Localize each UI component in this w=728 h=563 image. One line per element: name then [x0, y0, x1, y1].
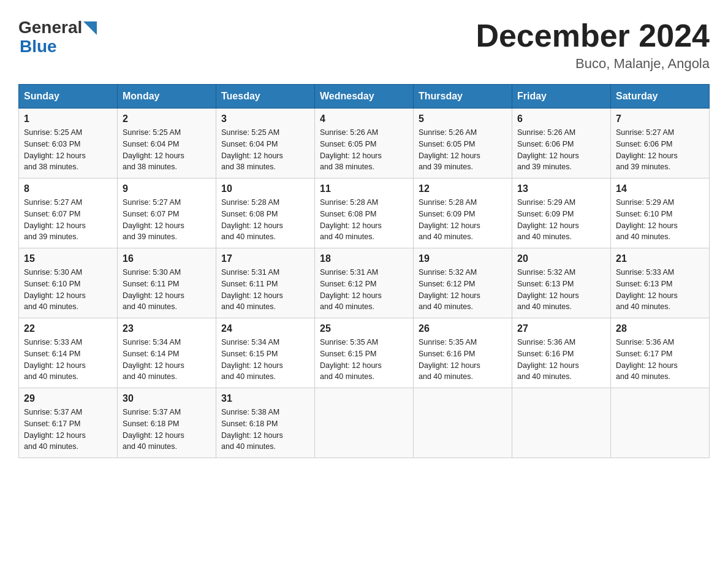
day-info: Sunrise: 5:34 AM Sunset: 6:14 PM Dayligh…: [123, 337, 211, 383]
calendar-cell: 13 Sunrise: 5:29 AM Sunset: 6:09 PM Dayl…: [512, 178, 611, 248]
day-number: 16: [123, 253, 211, 264]
calendar-cell: 3 Sunrise: 5:25 AM Sunset: 6:04 PM Dayli…: [216, 109, 315, 178]
day-info: Sunrise: 5:27 AM Sunset: 6:06 PM Dayligh…: [616, 127, 704, 173]
day-info: Sunrise: 5:27 AM Sunset: 6:07 PM Dayligh…: [123, 197, 211, 243]
day-info: Sunrise: 5:27 AM Sunset: 6:07 PM Dayligh…: [24, 197, 112, 243]
calendar-cell: 30 Sunrise: 5:37 AM Sunset: 6:18 PM Dayl…: [118, 388, 216, 458]
day-number: 22: [24, 323, 112, 334]
day-info: Sunrise: 5:25 AM Sunset: 6:03 PM Dayligh…: [24, 127, 112, 173]
logo: General Blue: [18, 18, 97, 56]
day-number: 14: [616, 183, 704, 194]
calendar-table: SundayMondayTuesdayWednesdayThursdayFrid…: [18, 84, 710, 458]
day-info: Sunrise: 5:28 AM Sunset: 6:08 PM Dayligh…: [221, 197, 309, 243]
calendar-cell: 9 Sunrise: 5:27 AM Sunset: 6:07 PM Dayli…: [118, 178, 216, 248]
calendar-title: December 2024: [476, 18, 710, 53]
calendar-cell: 12 Sunrise: 5:28 AM Sunset: 6:09 PM Dayl…: [414, 178, 512, 248]
day-info: Sunrise: 5:28 AM Sunset: 6:08 PM Dayligh…: [320, 197, 408, 243]
day-info: Sunrise: 5:29 AM Sunset: 6:09 PM Dayligh…: [517, 197, 605, 243]
day-info: Sunrise: 5:33 AM Sunset: 6:13 PM Dayligh…: [616, 267, 704, 313]
day-number: 11: [320, 183, 408, 194]
calendar-cell: [512, 388, 611, 458]
calendar-cell: 8 Sunrise: 5:27 AM Sunset: 6:07 PM Dayli…: [19, 178, 118, 248]
calendar-cell: 1 Sunrise: 5:25 AM Sunset: 6:03 PM Dayli…: [19, 109, 118, 178]
day-number: 7: [616, 113, 704, 124]
day-info: Sunrise: 5:32 AM Sunset: 6:13 PM Dayligh…: [517, 267, 605, 313]
day-info: Sunrise: 5:30 AM Sunset: 6:11 PM Dayligh…: [123, 267, 211, 313]
calendar-cell: 19 Sunrise: 5:32 AM Sunset: 6:12 PM Dayl…: [414, 248, 512, 318]
day-info: Sunrise: 5:35 AM Sunset: 6:16 PM Dayligh…: [419, 337, 507, 383]
calendar-cell: 25 Sunrise: 5:35 AM Sunset: 6:15 PM Dayl…: [315, 318, 414, 388]
column-header-sunday: Sunday: [19, 85, 118, 109]
day-number: 2: [123, 113, 211, 124]
day-number: 19: [419, 253, 507, 264]
column-header-saturday: Saturday: [611, 85, 710, 109]
day-info: Sunrise: 5:26 AM Sunset: 6:06 PM Dayligh…: [517, 127, 605, 173]
calendar-cell: 18 Sunrise: 5:31 AM Sunset: 6:12 PM Dayl…: [315, 248, 414, 318]
day-info: Sunrise: 5:36 AM Sunset: 6:16 PM Dayligh…: [517, 337, 605, 383]
logo-general-text: General: [18, 18, 82, 37]
day-number: 29: [24, 393, 112, 404]
calendar-cell: 17 Sunrise: 5:31 AM Sunset: 6:11 PM Dayl…: [216, 248, 315, 318]
calendar-cell: 24 Sunrise: 5:34 AM Sunset: 6:15 PM Dayl…: [216, 318, 315, 388]
column-header-wednesday: Wednesday: [315, 85, 414, 109]
day-info: Sunrise: 5:25 AM Sunset: 6:04 PM Dayligh…: [221, 127, 309, 173]
calendar-cell: 29 Sunrise: 5:37 AM Sunset: 6:17 PM Dayl…: [19, 388, 118, 458]
calendar-cell: 23 Sunrise: 5:34 AM Sunset: 6:14 PM Dayl…: [118, 318, 216, 388]
day-info: Sunrise: 5:36 AM Sunset: 6:17 PM Dayligh…: [616, 337, 704, 383]
day-number: 13: [517, 183, 605, 194]
day-number: 31: [221, 393, 309, 404]
calendar-cell: 28 Sunrise: 5:36 AM Sunset: 6:17 PM Dayl…: [611, 318, 710, 388]
day-number: 30: [123, 393, 211, 404]
svg-marker-0: [83, 21, 97, 35]
day-info: Sunrise: 5:32 AM Sunset: 6:12 PM Dayligh…: [419, 267, 507, 313]
calendar-cell: [414, 388, 512, 458]
day-number: 1: [24, 113, 112, 124]
day-info: Sunrise: 5:31 AM Sunset: 6:11 PM Dayligh…: [221, 267, 309, 313]
day-number: 5: [419, 113, 507, 124]
calendar-cell: 22 Sunrise: 5:33 AM Sunset: 6:14 PM Dayl…: [19, 318, 118, 388]
day-number: 24: [221, 323, 309, 334]
calendar-cell: 2 Sunrise: 5:25 AM Sunset: 6:04 PM Dayli…: [118, 109, 216, 178]
day-info: Sunrise: 5:33 AM Sunset: 6:14 PM Dayligh…: [24, 337, 112, 383]
day-number: 10: [221, 183, 309, 194]
day-info: Sunrise: 5:30 AM Sunset: 6:10 PM Dayligh…: [24, 267, 112, 313]
calendar-week-row: 1 Sunrise: 5:25 AM Sunset: 6:03 PM Dayli…: [19, 109, 710, 178]
day-number: 20: [517, 253, 605, 264]
calendar-cell: 27 Sunrise: 5:36 AM Sunset: 6:16 PM Dayl…: [512, 318, 611, 388]
day-number: 28: [616, 323, 704, 334]
calendar-week-row: 22 Sunrise: 5:33 AM Sunset: 6:14 PM Dayl…: [19, 318, 710, 388]
day-info: Sunrise: 5:28 AM Sunset: 6:09 PM Dayligh…: [419, 197, 507, 243]
day-number: 18: [320, 253, 408, 264]
calendar-cell: 5 Sunrise: 5:26 AM Sunset: 6:05 PM Dayli…: [414, 109, 512, 178]
day-info: Sunrise: 5:31 AM Sunset: 6:12 PM Dayligh…: [320, 267, 408, 313]
calendar-subtitle: Buco, Malanje, Angola: [476, 56, 710, 72]
day-info: Sunrise: 5:34 AM Sunset: 6:15 PM Dayligh…: [221, 337, 309, 383]
title-section: December 2024 Buco, Malanje, Angola: [476, 18, 710, 72]
day-info: Sunrise: 5:38 AM Sunset: 6:18 PM Dayligh…: [221, 407, 309, 453]
calendar-week-row: 29 Sunrise: 5:37 AM Sunset: 6:17 PM Dayl…: [19, 388, 710, 458]
calendar-cell: 14 Sunrise: 5:29 AM Sunset: 6:10 PM Dayl…: [611, 178, 710, 248]
day-number: 9: [123, 183, 211, 194]
day-info: Sunrise: 5:35 AM Sunset: 6:15 PM Dayligh…: [320, 337, 408, 383]
day-number: 8: [24, 183, 112, 194]
day-number: 21: [616, 253, 704, 264]
day-number: 27: [517, 323, 605, 334]
column-header-tuesday: Tuesday: [216, 85, 315, 109]
column-header-monday: Monday: [118, 85, 216, 109]
day-number: 25: [320, 323, 408, 334]
calendar-cell: 6 Sunrise: 5:26 AM Sunset: 6:06 PM Dayli…: [512, 109, 611, 178]
day-number: 3: [221, 113, 309, 124]
calendar-week-row: 15 Sunrise: 5:30 AM Sunset: 6:10 PM Dayl…: [19, 248, 710, 318]
page-header: General Blue December 2024 Buco, Malanje…: [18, 18, 710, 72]
day-number: 26: [419, 323, 507, 334]
calendar-cell: 4 Sunrise: 5:26 AM Sunset: 6:05 PM Dayli…: [315, 109, 414, 178]
day-info: Sunrise: 5:26 AM Sunset: 6:05 PM Dayligh…: [320, 127, 408, 173]
header-row: SundayMondayTuesdayWednesdayThursdayFrid…: [19, 85, 710, 109]
day-info: Sunrise: 5:37 AM Sunset: 6:18 PM Dayligh…: [123, 407, 211, 453]
day-number: 23: [123, 323, 211, 334]
calendar-cell: 26 Sunrise: 5:35 AM Sunset: 6:16 PM Dayl…: [414, 318, 512, 388]
day-number: 4: [320, 113, 408, 124]
column-header-friday: Friday: [512, 85, 611, 109]
logo-blue-text: Blue: [20, 37, 97, 56]
calendar-cell: [315, 388, 414, 458]
